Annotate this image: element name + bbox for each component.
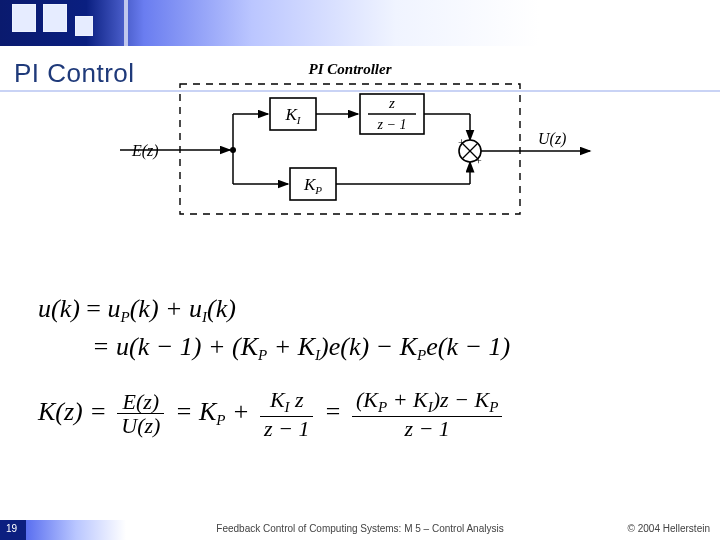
decor-square <box>75 16 93 36</box>
diagram-caption: PI Controller <box>309 61 392 77</box>
decor-square <box>12 4 36 32</box>
equations-area: u(k) = uP(k) + uI(k) = u(k − 1) + (KP + … <box>38 290 678 480</box>
svg-text:+: + <box>475 154 482 168</box>
pi-controller-diagram: PI Controller E(z) KI z z − 1 KP + + U(z… <box>120 60 600 240</box>
decor-squares <box>12 4 96 36</box>
output-label: U(z) <box>538 130 566 148</box>
slide-footer: 19 Feedback Control of Computing Systems… <box>0 520 720 540</box>
equation-line-3: K(z) = E(z) U(z) = KP + KI z z − 1 = (KP… <box>38 388 678 446</box>
input-label: E(z) <box>131 142 159 160</box>
equation-line-2: = u(k − 1) + (KP + KI)e(k) − KPe(k − 1) <box>38 328 678 366</box>
slide-title: PI Control <box>14 58 135 89</box>
decor-square <box>43 4 67 32</box>
slide-top-bar <box>0 0 720 46</box>
footer-copyright: © 2004 Hellerstein <box>628 523 710 534</box>
decor-vertical-rule <box>124 0 128 46</box>
footer-center-text: Feedback Control of Computing Systems: M… <box>0 523 720 534</box>
svg-text:z: z <box>388 95 395 111</box>
equation-line-1: u(k) = uP(k) + uI(k) <box>38 290 678 328</box>
svg-text:+: + <box>458 136 465 150</box>
svg-text:z − 1: z − 1 <box>377 117 407 132</box>
